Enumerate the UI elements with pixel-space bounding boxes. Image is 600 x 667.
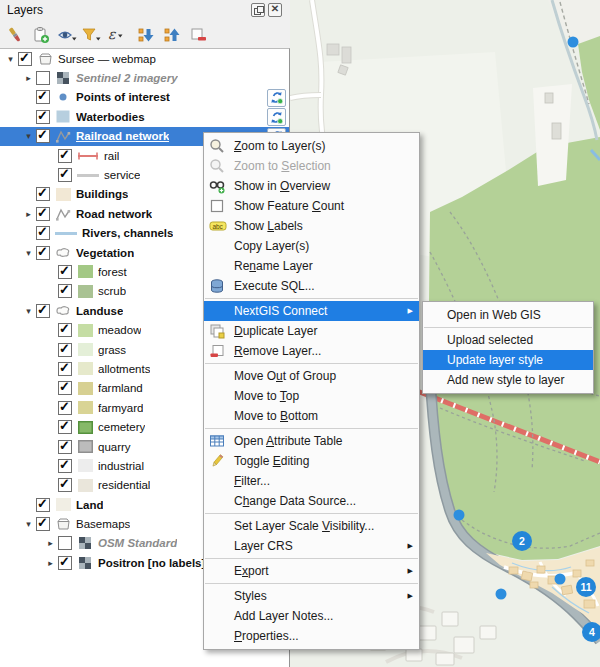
menu-item-show-labels[interactable]: abcShow Labels (204, 216, 419, 236)
menu-item-update-layer-style[interactable]: Update layer style (423, 350, 593, 370)
map-cluster-marker-11: 11 (576, 577, 596, 597)
filter-by-expression-button[interactable]: ε (103, 21, 127, 46)
layer-label: farmyard (98, 402, 143, 414)
layer-type-icon (77, 556, 93, 570)
menu-item-export[interactable]: Export▶ (204, 561, 419, 581)
open-layer-styling-button[interactable] (3, 21, 27, 46)
add-group-button[interactable] (29, 21, 53, 46)
expand-arrow-icon[interactable]: ▸ (43, 538, 58, 548)
close-panel-button[interactable]: ✕ (268, 3, 282, 17)
layer-visibility-checkbox[interactable]: ✓ (58, 362, 72, 376)
menu-item-set-layer-scale-visibility[interactable]: Set Layer Scale Visibility... (204, 516, 419, 536)
layer-visibility-checkbox[interactable] (36, 71, 50, 85)
menu-item-upload-selected[interactable]: Upload selected (423, 330, 593, 350)
remove-layer-group-button[interactable] (186, 21, 210, 46)
nextgis-connect-submenu: Open in Web GISUpload selectedUpdate lay… (422, 301, 594, 394)
menu-item-move-to-bottom[interactable]: Move to Bottom (204, 406, 419, 426)
fill-symbol-icon (78, 382, 93, 395)
menu-item-add-layer-notes[interactable]: Add Layer Notes... (204, 606, 419, 626)
menu-item-move-to-top[interactable]: Move to Top (204, 386, 419, 406)
menu-item-properties[interactable]: Properties... (204, 626, 419, 646)
menu-item-label: Duplicate Layer (234, 324, 317, 338)
layer-visibility-checkbox[interactable]: ✓ (36, 498, 50, 512)
menu-item-nextgis-connect[interactable]: NextGIS Connect▶ (204, 301, 419, 321)
menu-item-rename-layer[interactable]: Rename Layer (204, 256, 419, 276)
manage-map-themes-button[interactable] (55, 21, 79, 46)
menu-item-show-feature-count[interactable]: Show Feature Count (204, 196, 419, 216)
layer-visibility-checkbox[interactable]: ✓ (58, 284, 72, 298)
layer-visibility-checkbox[interactable]: ✓ (36, 129, 50, 143)
layer-type-icon (77, 382, 93, 395)
menu-item-label: Remove Layer... (234, 344, 321, 358)
menu-item-remove-layer[interactable]: Remove Layer... (204, 341, 419, 361)
layer-type-icon (55, 90, 71, 104)
expand-arrow-icon[interactable]: ▸ (21, 73, 36, 83)
layer-visibility-checkbox[interactable] (58, 536, 72, 550)
layer-row-waterbodies[interactable]: ✓Waterbodies (0, 107, 289, 126)
epsilon-icon: ε (105, 26, 125, 44)
layer-visibility-checkbox[interactable]: ✓ (58, 149, 72, 163)
menu-item-layer-crs[interactable]: Layer CRS▶ (204, 536, 419, 556)
menu-item-move-out-of-group[interactable]: Move Out of Group (204, 366, 419, 386)
layer-row-sursee-webmap[interactable]: ▾✓Sursee — webmap (0, 49, 289, 68)
menu-item-open-attribute-table[interactable]: Open Attribute Table (204, 431, 419, 451)
collapse-arrow-icon[interactable]: ▾ (21, 519, 36, 529)
menu-item-add-new-style-to-layer[interactable]: Add new style to layer (423, 370, 593, 390)
menu-item-filter[interactable]: Filter... (204, 471, 419, 491)
menu-separator (205, 558, 418, 559)
layer-visibility-checkbox[interactable]: ✓ (18, 52, 32, 66)
layer-visibility-checkbox[interactable]: ✓ (58, 401, 72, 415)
menu-item-toggle-editing[interactable]: Toggle Editing (204, 451, 419, 471)
expand-arrow-icon[interactable]: ▸ (21, 209, 36, 219)
menu-item-copy-layer-s[interactable]: Copy Layer(s) (204, 236, 419, 256)
nextgis-sync-button[interactable] (267, 89, 286, 107)
layer-visibility-checkbox[interactable]: ✓ (58, 440, 72, 454)
layer-visibility-checkbox[interactable]: ✓ (36, 187, 50, 201)
collapse-arrow-icon[interactable]: ▾ (21, 306, 36, 316)
menu-item-execute-sql[interactable]: Execute SQL... (204, 276, 419, 296)
filter-legend-button[interactable] (79, 21, 103, 46)
layer-visibility-checkbox[interactable]: ✓ (58, 343, 72, 357)
menu-item-styles[interactable]: Styles▶ (204, 586, 419, 606)
menu-item-label: Change Data Source... (234, 494, 356, 508)
layer-visibility-checkbox[interactable]: ✓ (58, 323, 72, 337)
menu-item-show-in-overview[interactable]: Show in Overview (204, 176, 419, 196)
menu-item-change-data-source[interactable]: Change Data Source... (204, 491, 419, 511)
polygon-icon (55, 304, 71, 317)
layer-label: Buildings (76, 188, 128, 200)
layer-visibility-checkbox[interactable]: ✓ (36, 517, 50, 531)
layer-visibility-checkbox[interactable]: ✓ (58, 265, 72, 279)
layer-visibility-checkbox[interactable]: ✓ (36, 90, 50, 104)
layer-visibility-checkbox[interactable]: ✓ (36, 207, 50, 221)
layer-visibility-checkbox[interactable]: ✓ (58, 168, 72, 182)
collapse-arrow-icon[interactable]: ▾ (21, 131, 36, 141)
collapse-arrow-icon[interactable]: ▾ (3, 54, 18, 64)
layer-visibility-checkbox[interactable]: ✓ (36, 246, 50, 260)
raster-icon (56, 71, 70, 85)
layer-visibility-checkbox[interactable]: ✓ (58, 381, 72, 395)
layer-visibility-checkbox[interactable]: ✓ (58, 459, 72, 473)
collapse-all-button[interactable] (160, 21, 184, 46)
menu-item-open-in-web-gis[interactable]: Open in Web GIS (423, 305, 593, 325)
layer-visibility-checkbox[interactable]: ✓ (36, 226, 50, 240)
layer-visibility-checkbox[interactable]: ✓ (58, 556, 72, 570)
group-icon (38, 52, 53, 66)
expand-all-button[interactable] (134, 21, 158, 46)
layer-visibility-checkbox[interactable]: ✓ (36, 304, 50, 318)
float-panel-button[interactable] (251, 3, 265, 17)
layer-type-icon (55, 517, 71, 531)
collapse-arrow-icon[interactable]: ▾ (21, 248, 36, 258)
menu-item-label: Move to Top (234, 389, 299, 403)
layer-type-icon (77, 324, 93, 337)
layer-row-sentinel-2-imagery[interactable]: ▸Sentinel 2 imagery (0, 68, 289, 87)
nextgis-sync-button[interactable] (267, 108, 286, 126)
menu-item-zoom-to-layer-s[interactable]: Zoom to Layer(s) (204, 136, 419, 156)
menu-item-duplicate-layer[interactable]: Duplicate Layer (204, 321, 419, 341)
layer-visibility-checkbox[interactable]: ✓ (58, 420, 72, 434)
layer-row-points-of-interest[interactable]: ✓Points of interest (0, 88, 289, 107)
expand-arrow-icon[interactable]: ▸ (43, 558, 58, 568)
layer-visibility-checkbox[interactable]: ✓ (36, 110, 50, 124)
layer-visibility-checkbox[interactable]: ✓ (58, 478, 72, 492)
menu-item-label: Show Labels (234, 219, 303, 233)
layer-label: grass (98, 344, 126, 356)
